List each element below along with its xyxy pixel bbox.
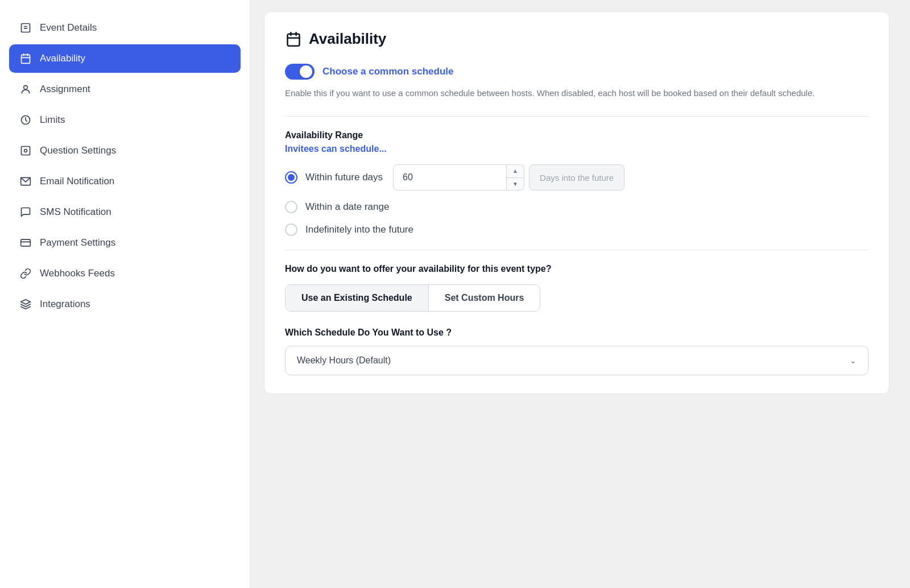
- sidebar-item-webhooks-feeds[interactable]: Webhooks Feeds: [9, 259, 241, 288]
- use-existing-schedule-button[interactable]: Use an Existing Schedule: [286, 285, 429, 311]
- sidebar-item-label: Question Settings: [40, 145, 116, 156]
- radio-circle-date-range[interactable]: [285, 201, 297, 213]
- divider-2: [285, 250, 868, 250]
- sidebar-item-availability[interactable]: Availability: [9, 44, 241, 73]
- offer-availability-question: How do you want to offer your availabili…: [285, 264, 868, 274]
- sidebar-item-integrations[interactable]: Integrations: [9, 290, 241, 318]
- radio-circle-future-days[interactable]: [285, 171, 297, 184]
- page-title-row: Availability: [285, 30, 868, 48]
- availability-range-section: Availability Range Invitees can schedule…: [285, 130, 868, 236]
- sidebar-item-label: Event Details: [40, 22, 97, 34]
- days-input-group: 60 ▲ ▼ Days into the future: [393, 164, 624, 191]
- clock-icon: [19, 114, 32, 126]
- sidebar-item-email-notification[interactable]: Email Notification: [9, 167, 241, 196]
- document-icon: [19, 22, 32, 34]
- spinner-up-button[interactable]: ▲: [507, 165, 524, 178]
- svg-point-7: [24, 85, 28, 89]
- sidebar-item-sms-notification[interactable]: SMS Notification: [9, 198, 241, 226]
- link-icon: [19, 267, 32, 280]
- tab-buttons-group: Use an Existing Schedule Set Custom Hour…: [285, 284, 540, 312]
- svg-rect-12: [21, 239, 31, 246]
- sidebar-item-label: Integrations: [40, 299, 90, 310]
- spinner-down-button[interactable]: ▼: [507, 178, 524, 191]
- toggle-row: Choose a common schedule: [285, 64, 868, 80]
- sidebar-item-question-settings[interactable]: Question Settings: [9, 136, 241, 165]
- sidebar-item-label: Limits: [40, 114, 65, 126]
- content-card: Availability Choose a common schedule En…: [264, 11, 890, 394]
- question-icon: [19, 144, 32, 157]
- chevron-down-icon: ⌄: [850, 356, 857, 365]
- set-custom-hours-button[interactable]: Set Custom Hours: [429, 285, 540, 311]
- days-value: 60: [403, 172, 502, 183]
- sidebar-item-label: Payment Settings: [40, 237, 115, 249]
- schedule-dropdown[interactable]: Weekly Hours (Default) ⌄: [285, 346, 868, 375]
- calendar-icon: [19, 52, 32, 65]
- svg-rect-9: [22, 147, 30, 155]
- radio-option-indefinitely[interactable]: Indefinitely into the future: [285, 223, 868, 236]
- days-number-input[interactable]: 60: [393, 164, 507, 191]
- sidebar-item-label: Email Notification: [40, 176, 114, 187]
- sidebar-item-label: SMS Notification: [40, 206, 111, 218]
- sms-icon: [19, 206, 32, 218]
- page-calendar-icon: [285, 31, 302, 48]
- schedule-dropdown-value: Weekly Hours (Default): [297, 355, 391, 366]
- radio-option-date-range[interactable]: Within a date range: [285, 201, 868, 213]
- sidebar-item-label: Webhooks Feeds: [40, 268, 115, 279]
- main-content: Availability Choose a common schedule En…: [250, 0, 910, 588]
- spinner-buttons: ▲ ▼: [507, 164, 524, 191]
- svg-rect-3: [22, 55, 30, 63]
- radio-label-future-days: Within future days: [305, 172, 383, 183]
- radio-option-future-days[interactable]: Within future days 60 ▲ ▼ Days into the …: [285, 164, 868, 191]
- payment-icon: [19, 237, 32, 249]
- invitees-label: Invitees can schedule...: [285, 144, 868, 154]
- divider-1: [285, 116, 868, 117]
- days-suffix-label: Days into the future: [529, 164, 624, 191]
- sidebar: Event Details Availability Assignment Li…: [0, 0, 250, 588]
- sidebar-item-limits[interactable]: Limits: [9, 106, 241, 134]
- svg-marker-14: [21, 300, 31, 304]
- layers-icon: [19, 298, 32, 310]
- sidebar-item-label: Assignment: [40, 84, 90, 95]
- description-text: Enable this if you want to use a common …: [285, 86, 868, 100]
- toggle-label[interactable]: Choose a common schedule: [322, 66, 454, 77]
- radio-label-indefinitely: Indefinitely into the future: [305, 224, 413, 235]
- svg-rect-15: [288, 34, 300, 45]
- page-title-text: Availability: [309, 30, 386, 48]
- svg-point-10: [24, 150, 27, 152]
- common-schedule-toggle[interactable]: [285, 64, 315, 80]
- email-icon: [19, 175, 32, 188]
- sidebar-item-label: Availability: [40, 53, 85, 64]
- person-icon: [19, 83, 32, 96]
- radio-label-date-range: Within a date range: [305, 201, 389, 213]
- sidebar-item-assignment[interactable]: Assignment: [9, 75, 241, 103]
- sidebar-item-payment-settings[interactable]: Payment Settings: [9, 229, 241, 257]
- offer-availability-section: How do you want to offer your availabili…: [285, 264, 868, 375]
- sidebar-item-event-details[interactable]: Event Details: [9, 14, 241, 42]
- availability-range-heading: Availability Range: [285, 130, 868, 140]
- radio-circle-indefinitely[interactable]: [285, 223, 297, 236]
- schedule-question: Which Schedule Do You Want to Use ?: [285, 328, 868, 338]
